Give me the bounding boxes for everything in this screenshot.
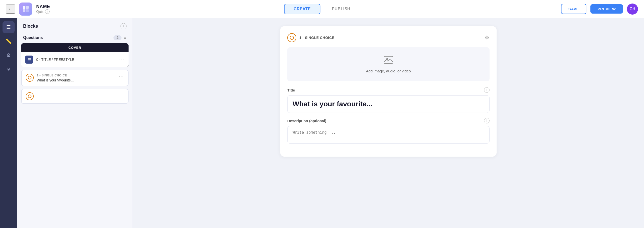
- back-button[interactable]: ←: [6, 5, 15, 14]
- editor-type: 1 - SINGLE CHOICE: [287, 33, 334, 42]
- sidebar-item-ruler[interactable]: 📏: [3, 35, 15, 47]
- cover-item[interactable]: ☰ 0 - TITLE / FREESTYLE ···: [21, 52, 129, 67]
- freestyle-icon: ☰: [27, 57, 31, 62]
- editor-settings-icon[interactable]: ⚙: [485, 34, 490, 41]
- settings-icon: ⚙: [6, 52, 11, 58]
- desc-field-section: Description (optional) i: [287, 118, 490, 145]
- single-choice-inner: [28, 76, 31, 79]
- cover-item-icon: ☰: [25, 56, 33, 64]
- single-choice-icon: [26, 74, 34, 82]
- questions-count: 2: [113, 35, 122, 40]
- svg-rect-3: [26, 9, 29, 12]
- back-icon: ←: [8, 6, 13, 12]
- desc-input[interactable]: [287, 126, 490, 144]
- collapse-icon[interactable]: ∧: [124, 35, 127, 40]
- save-button[interactable]: SAVE: [561, 4, 587, 14]
- content-area: 1 - SINGLE CHOICE ⚙ Add image, audio, or…: [133, 18, 644, 228]
- svg-rect-2: [23, 9, 25, 12]
- blocks-icon: ☰: [6, 24, 11, 30]
- sidebar-item-settings[interactable]: ⚙: [3, 49, 15, 61]
- cover-item-more[interactable]: ···: [119, 57, 125, 62]
- editor-type-inner: [290, 36, 294, 40]
- app-logo: [19, 3, 32, 16]
- ruler-icon: 📏: [6, 38, 12, 44]
- desc-field-header: Description (optional) i: [287, 118, 490, 123]
- desc-info-icon[interactable]: i: [484, 118, 490, 123]
- branch-icon: ⑂: [7, 67, 10, 72]
- tab-create[interactable]: CREATE: [284, 4, 320, 14]
- title-field-section: Title i: [287, 87, 490, 113]
- sidebar-item-branch[interactable]: ⑂: [3, 63, 15, 75]
- header-right: SAVE PREVIEW CH: [561, 4, 638, 15]
- svg-point-5: [386, 58, 388, 60]
- title-info-icon[interactable]: i: [484, 87, 490, 93]
- sidebar-icons: ☰ 📏 ⚙ ⑂: [0, 18, 17, 228]
- media-upload[interactable]: Add image, audio, or video: [287, 47, 490, 81]
- app-name: NAME: [36, 4, 50, 9]
- app-subtitle: Quiz i: [36, 9, 50, 14]
- cover-item-text: 0 - TITLE / FREESTYLE: [36, 58, 116, 62]
- title-field-header: Title i: [287, 87, 490, 93]
- blocks-panel: Blocks i Questions 2 ∧ COVER ☰ 0 - TITLE…: [17, 18, 133, 228]
- title-label: Title: [287, 88, 295, 92]
- question-card-0[interactable]: 1 - SINGLE CHOICE What is your favourite…: [21, 70, 129, 86]
- media-icon: [383, 55, 393, 66]
- question-editor: 1 - SINGLE CHOICE ⚙ Add image, audio, or…: [280, 26, 497, 157]
- svg-rect-0: [23, 6, 25, 9]
- svg-rect-1: [26, 6, 29, 9]
- blocks-title: Blocks: [23, 24, 38, 29]
- blocks-header: Blocks i: [17, 18, 133, 33]
- cover-label: COVER: [21, 43, 129, 52]
- preview-button[interactable]: PREVIEW: [590, 4, 623, 14]
- media-label: Add image, audio, or video: [366, 69, 411, 73]
- sidebar-item-blocks[interactable]: ☰: [3, 21, 15, 33]
- cover-card[interactable]: COVER ☰ 0 - TITLE / FREESTYLE ···: [21, 43, 129, 67]
- header-left: ← NAME Quiz i: [6, 3, 561, 16]
- question-text-0: What is your favourite...: [37, 78, 116, 82]
- question-content-0: 1 - SINGLE CHOICE What is your favourite…: [37, 74, 116, 82]
- questions-title: Questions: [23, 35, 43, 40]
- app-type: Quiz: [36, 10, 44, 14]
- desc-label: Description (optional): [287, 119, 326, 123]
- header-title-block: NAME Quiz i: [36, 4, 50, 14]
- questions-header: Questions 2 ∧: [17, 33, 133, 43]
- question-more-0[interactable]: ···: [119, 74, 124, 79]
- svg-rect-4: [384, 56, 393, 63]
- title-input[interactable]: [287, 95, 490, 113]
- app-header: ← NAME Quiz i CREATE PUBLISH SAVE PREVI: [0, 0, 644, 18]
- partial-icon-inner: [28, 95, 31, 98]
- questions-badge: 2 ∧: [113, 35, 127, 40]
- blocks-list: COVER ☰ 0 - TITLE / FREESTYLE ··· 1 - SI…: [17, 43, 133, 228]
- partial-icon: [26, 92, 34, 100]
- header-tabs: CREATE PUBLISH: [284, 4, 360, 14]
- tab-publish[interactable]: PUBLISH: [322, 4, 360, 14]
- info-icon[interactable]: i: [45, 9, 50, 14]
- avatar[interactable]: CH: [627, 4, 638, 15]
- question-card-partial[interactable]: [21, 89, 129, 104]
- blocks-info-icon[interactable]: i: [120, 23, 127, 29]
- editor-type-icon: [287, 33, 296, 42]
- question-type-0: 1 - SINGLE CHOICE: [37, 74, 116, 77]
- editor-type-label: 1 - SINGLE CHOICE: [299, 36, 334, 40]
- main-layout: ☰ 📏 ⚙ ⑂ Blocks i Questions 2 ∧: [0, 18, 644, 228]
- editor-header: 1 - SINGLE CHOICE ⚙: [287, 33, 490, 42]
